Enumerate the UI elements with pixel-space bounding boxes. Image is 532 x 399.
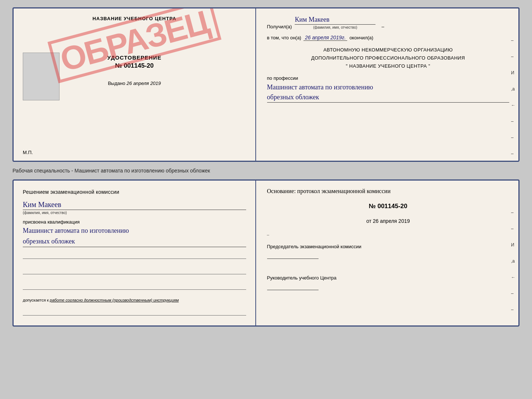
qualification-value: Машинист автомата по изготовлению обрезн… bbox=[23, 225, 246, 247]
org-block: АВТОНОМНУЮ НЕКОММЕРЧЕСКУЮ ОРГАНИЗАЦИЮ ДО… bbox=[267, 46, 509, 70]
vtom-label: в том, что он(а) bbox=[267, 35, 301, 40]
cert-right: Получил(а) Ким Макеев (фамилия, имя, отч… bbox=[256, 8, 518, 161]
poluchil-line: Получил(а) Ким Макеев (фамилия, имя, отч… bbox=[267, 16, 509, 29]
vtom-line: в том, что он(а) 26 апреля 2019г. окончи… bbox=[267, 35, 509, 41]
protocol-date-line: от 26 апреля 2019 bbox=[267, 218, 509, 224]
protocol-date: 26 апреля 2019 bbox=[373, 218, 410, 224]
vtom-date: 26 апреля 2019г. bbox=[303, 35, 347, 41]
org-line3: " НАЗВАНИЕ УЧЕБНОГО ЦЕНТРА " bbox=[267, 62, 509, 70]
right-edge-markers-bottom: – – И ,а ← – – – – bbox=[511, 210, 515, 327]
udostoverenie-block: УДОСТОВЕРЕНИЕ № 001145-20 bbox=[107, 54, 161, 70]
dopuskaetsya-block: допускается к работе согласно должностны… bbox=[23, 298, 246, 302]
osnovanie-text: Основание: протокол экзаменационной коми… bbox=[267, 188, 509, 195]
blank-line-1 bbox=[23, 252, 246, 259]
dash-top: – bbox=[381, 24, 384, 29]
rukovoditel-sig-line bbox=[267, 284, 319, 290]
prisvoena-label: присвоена квалификация bbox=[23, 219, 80, 225]
dopuskaetsya-value: работе согласно должностным (производств… bbox=[50, 298, 179, 302]
protocol-num: № 001145-20 bbox=[267, 203, 509, 210]
rukovoditel-label: Руководитель учебного Центра bbox=[267, 274, 509, 282]
certificate-bottom: Решением экзаменационной комиссии Ким Ма… bbox=[12, 179, 520, 327]
blank-line-3 bbox=[23, 282, 246, 290]
vydano-label: Выдано bbox=[108, 81, 125, 86]
predsedatel-block: Председатель экзаменационной комиссии bbox=[267, 243, 509, 261]
protocol-ot: от bbox=[366, 218, 371, 224]
cert-bottom-right: Основание: протокол экзаменационной коми… bbox=[256, 181, 518, 325]
prisvoena-block: присвоена квалификация Машинист автомата… bbox=[23, 219, 246, 247]
profession-block: по профессии Машинист автомата по изгото… bbox=[267, 75, 509, 103]
cert-bottom-left: Решением экзаменационной комиссии Ким Ма… bbox=[14, 181, 256, 325]
komissia-text: Решением экзаменационной комиссии bbox=[23, 188, 246, 196]
document-container: НАЗВАНИЕ УЧЕБНОГО ЦЕНТРА ОБРАЗЕЦ УДОСТОВ… bbox=[12, 7, 520, 327]
certificate-top: НАЗВАНИЕ УЧЕБНОГО ЦЕНТРА ОБРАЗЕЦ УДОСТОВ… bbox=[12, 7, 520, 162]
poluchil-label: Получил(а) bbox=[267, 24, 292, 29]
profession-label: по профессии bbox=[267, 75, 298, 81]
predsedatel-sig-line bbox=[267, 252, 319, 259]
photo-placeholder bbox=[23, 53, 60, 100]
fio-label-bottom: (фамилия, имя, отчество) bbox=[23, 211, 246, 215]
org-line2: ДОПОЛНИТЕЛЬНОГО ПРОФЕССИОНАЛЬНОГО ОБРАЗО… bbox=[267, 54, 509, 62]
predsedatel-label: Председатель экзаменационной комиссии bbox=[267, 243, 509, 251]
mp-line: М.П. bbox=[23, 150, 33, 155]
blank-line-4 bbox=[23, 308, 246, 316]
udostoverenie-title: УДОСТОВЕРЕНИЕ bbox=[107, 54, 161, 61]
udostoverenie-num: № 001145-20 bbox=[107, 62, 161, 70]
org-line1: АВТОНОМНУЮ НЕКОММЕРЧЕСКУЮ ОРГАНИЗАЦИЮ bbox=[267, 46, 509, 54]
okonchil-label: окончил(а) bbox=[349, 35, 373, 40]
person-name-bottom: Ким Макеев bbox=[23, 200, 246, 210]
profession-value: Машинист автомата по изготовлению обрезн… bbox=[267, 82, 509, 103]
vydano-line: Выдано 26 апреля 2019 bbox=[108, 81, 161, 86]
dopuskaetsya-prefix: допускается к bbox=[23, 298, 49, 302]
bottom-lines bbox=[23, 252, 246, 290]
fio-subtitle: (фамилия, имя, отчество) bbox=[313, 25, 357, 29]
blank-line-2 bbox=[23, 267, 246, 274]
receiver-name: Ким Макеев bbox=[295, 16, 375, 25]
rukovoditel-block: Руководитель учебного Центра bbox=[267, 274, 509, 293]
right-edge-markers: – – И ,а ← – – – – bbox=[511, 38, 515, 162]
cert-top-title: НАЗВАНИЕ УЧЕБНОГО ЦЕНТРА bbox=[93, 16, 176, 21]
vydano-date: 26 апреля 2019 bbox=[127, 81, 161, 86]
caption-middle: Рабочая специальность - Машинист автомат… bbox=[12, 165, 520, 176]
cert-left: НАЗВАНИЕ УЧЕБНОГО ЦЕНТРА ОБРАЗЕЦ УДОСТОВ… bbox=[14, 8, 256, 161]
